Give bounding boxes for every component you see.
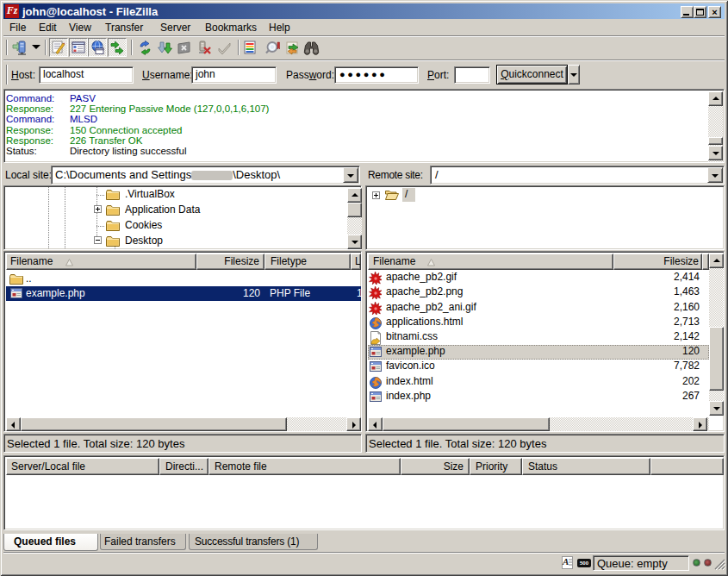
svg-text:A: A bbox=[562, 556, 569, 567]
